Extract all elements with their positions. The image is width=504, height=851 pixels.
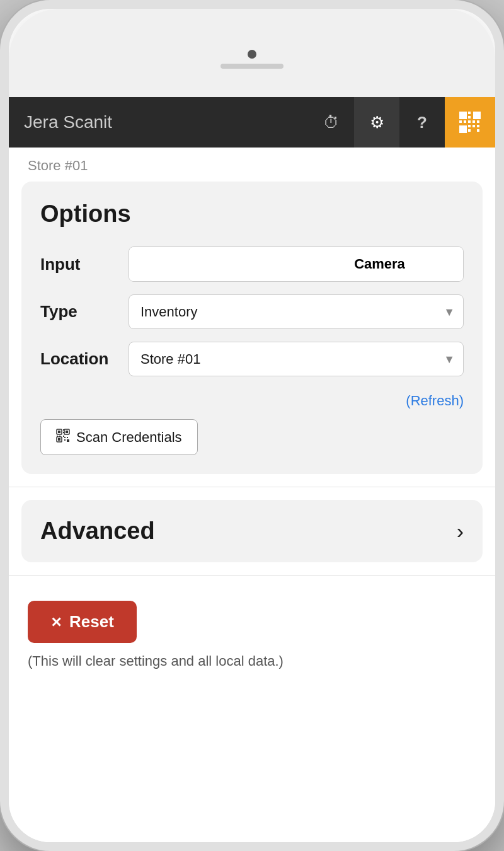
app-title-text: Jera Scanit	[24, 112, 112, 132]
input-row: Input Camera	[40, 246, 464, 282]
svg-rect-11	[63, 429, 64, 431]
svg-rect-14	[59, 436, 60, 437]
input-toggle-left[interactable]	[129, 247, 296, 281]
advanced-title: Advanced	[40, 518, 457, 545]
reset-section: Reset (This will clear settings and all …	[9, 588, 495, 682]
reset-button-label: Reset	[69, 612, 114, 632]
nav-bar: Jera Scanit	[9, 97, 495, 148]
history-button[interactable]	[309, 97, 354, 148]
question-icon	[417, 113, 427, 132]
volume-down-button	[0, 236, 8, 274]
advanced-chevron-icon: ›	[457, 519, 464, 543]
gear-icon	[370, 113, 384, 132]
refresh-link[interactable]: (Refresh)	[40, 389, 464, 419]
advanced-card[interactable]: Advanced ›	[21, 500, 483, 562]
phone-frame: Jera Scanit Store #01 Options	[0, 0, 504, 851]
settings-button[interactable]	[354, 97, 399, 148]
type-row: Type Inventory Order Transfer ▼	[40, 294, 464, 329]
options-title: Options	[40, 200, 464, 228]
store-label: Store #01	[9, 148, 495, 182]
app-content: Jera Scanit Store #01 Options	[9, 97, 495, 842]
location-select-wrapper: Store #01 Store #02 Warehouse ▼	[129, 342, 464, 376]
page-content: Store #01 Options Input Camera Type	[9, 148, 495, 842]
svg-rect-10	[63, 436, 64, 437]
scan-credentials-label: Scan Credentials	[76, 429, 182, 446]
input-toggle-camera[interactable]: Camera	[296, 247, 463, 281]
power-button	[496, 204, 504, 255]
location-row: Location Store #01 Store #02 Warehouse ▼	[40, 342, 464, 376]
divider-2	[9, 575, 495, 576]
help-button[interactable]	[399, 97, 445, 148]
svg-rect-12	[63, 432, 64, 433]
input-label: Input	[40, 255, 129, 274]
divider-1	[9, 487, 495, 487]
svg-rect-7	[67, 437, 68, 438]
svg-rect-6	[64, 437, 66, 438]
options-card: Options Input Camera Type Inventory	[21, 182, 483, 474]
svg-rect-9	[67, 439, 69, 442]
volume-up-button	[0, 185, 8, 223]
scan-credentials-button[interactable]: Scan Credentials	[40, 419, 198, 455]
location-label: Location	[40, 349, 129, 369]
svg-rect-3	[66, 431, 68, 433]
location-select[interactable]: Store #01 Store #02 Warehouse	[129, 342, 464, 376]
scan-button[interactable]	[445, 97, 495, 148]
input-toggle: Camera	[129, 246, 464, 282]
phone-speaker	[220, 64, 284, 69]
svg-rect-1	[58, 431, 60, 433]
clock-icon	[323, 113, 340, 132]
reset-note: (This will clear settings and all local …	[28, 653, 476, 669]
svg-rect-8	[64, 439, 66, 441]
type-select[interactable]: Inventory Order Transfer	[129, 294, 464, 329]
front-camera	[248, 50, 256, 59]
qr-scan-icon	[458, 110, 482, 134]
app-title: Jera Scanit	[9, 97, 309, 148]
svg-rect-13	[57, 436, 58, 437]
svg-rect-5	[58, 438, 60, 441]
reset-button[interactable]: Reset	[28, 601, 137, 643]
x-icon	[50, 612, 62, 632]
qr-small-icon	[56, 429, 70, 446]
type-label: Type	[40, 302, 129, 321]
phone-top-bar	[9, 9, 495, 97]
type-select-wrapper: Inventory Order Transfer ▼	[129, 294, 464, 329]
